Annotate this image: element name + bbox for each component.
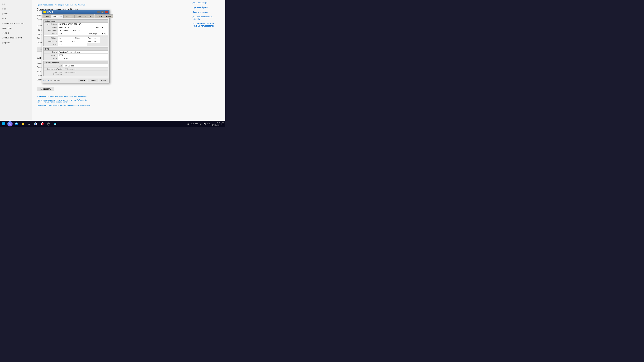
chipset-name: Ivy Bridge xyxy=(88,32,101,35)
start-button[interactable] xyxy=(1,121,6,126)
southbridge-rev: 04 xyxy=(94,40,100,43)
model-value: P8H77-V LE xyxy=(58,26,95,29)
manufacturer-label: Manufacturer xyxy=(44,23,58,26)
cpuz-motherboard-section: Motherboard Manufacturer ASUSTeK COMPUTE… xyxy=(44,19,108,46)
windows-logo-icon xyxy=(2,122,6,125)
bios-date-label: Date xyxy=(44,57,58,60)
cpuz-tab-memory[interactable]: Memory xyxy=(64,14,74,18)
sound-icon[interactable] xyxy=(204,122,206,125)
cpuz-tools-button[interactable]: Tools ▼ xyxy=(78,79,87,82)
chrome-button[interactable] xyxy=(33,121,39,127)
bios-brand-value: American Megatrends Inc. xyxy=(58,50,108,53)
sidebar-item-obmen[interactable]: обмена xyxy=(0,30,32,35)
edge-browser-button[interactable] xyxy=(14,121,19,127)
ai-button[interactable]: Ai xyxy=(7,121,13,127)
cpuz-bios-section: BIOS Brand American Megatrends Inc. Vers… xyxy=(44,47,108,60)
cpuz-close-button[interactable]: ✕ xyxy=(105,11,108,13)
language-indicator[interactable]: ENG xyxy=(207,123,211,125)
cpuz-footer-brand: CPU-Z xyxy=(44,80,49,82)
sidebar-item-nya[interactable]: ня xyxy=(0,1,32,6)
cpuz-footer: CPU-Z Ver. 2.09.0.x64 Tools ▼ Validate C… xyxy=(42,78,109,83)
chrome-icon xyxy=(34,122,37,125)
lpcio-label: LPCIO xyxy=(44,43,58,46)
chipset-label: Chipset xyxy=(44,32,58,35)
clock[interactable]: 9:29 24.03.2024 xyxy=(212,121,220,126)
right-link-rename[interactable]: Переименовать этот ПКопытных пользовател… xyxy=(192,22,223,27)
cpuz-tab-spd[interactable]: SPD xyxy=(75,14,83,18)
svg-point-9 xyxy=(41,122,44,125)
link-license[interactable]: Прочтите условия лицензионного соглашени… xyxy=(37,104,185,106)
extra-app-button[interactable] xyxy=(52,121,58,127)
svg-rect-23 xyxy=(204,123,204,124)
lpcio-brand: ITE xyxy=(58,43,71,46)
cpuz-validate-button[interactable]: Validate xyxy=(88,79,98,82)
svg-rect-1 xyxy=(4,122,5,124)
link-microsoft-terms[interactable]: Прочтите соглашение об использовании слу… xyxy=(37,99,185,103)
svg-point-11 xyxy=(48,123,49,124)
top-link-security[interactable]: Просмотреть сведения в разделе "Безопасн… xyxy=(37,4,85,6)
right-panel: Диспетчер устро... Удаленный рабо... Защ… xyxy=(190,0,226,121)
svg-rect-19 xyxy=(200,124,200,125)
southbridge-brand: Intel xyxy=(58,40,71,43)
cpuz-tab-bench[interactable]: Bench xyxy=(95,14,104,18)
link-product-key[interactable]: Изменение ключа продукта или обновление … xyxy=(37,95,185,97)
sidebar-item-remote[interactable]: ленный рабочий стол xyxy=(0,35,32,40)
svg-rect-2 xyxy=(2,124,4,125)
folder-icon xyxy=(21,122,24,125)
svg-rect-0 xyxy=(2,122,4,124)
copy-windows-button[interactable]: Копировать xyxy=(37,87,54,91)
cpuz-tab-cpu[interactable]: CPU xyxy=(43,14,51,18)
right-link-device-manager[interactable]: Диспетчер устро... xyxy=(192,1,223,4)
sidebar-item-programme[interactable]: рограмме xyxy=(0,40,32,45)
settings-taskbar-button[interactable] xyxy=(46,121,52,127)
cpuz-tab-about[interactable]: About xyxy=(104,14,113,18)
weather-widget[interactable]: 7°C Cloudy xyxy=(187,123,198,125)
desktop: ня ния режим ость ание на этот компьютер… xyxy=(0,0,226,127)
bios-brand-label: Brand xyxy=(44,50,58,53)
cpuz-graphic-section: Graphic Interface Bus PCI-Express Curren… xyxy=(44,61,108,76)
chipset-brand: Intel xyxy=(58,32,88,35)
sidebar-item-ost[interactable]: ость xyxy=(0,16,32,21)
southbridge-rev-lbl: Rev. xyxy=(87,40,94,43)
cpuz-maximize-button[interactable]: □ xyxy=(101,11,104,13)
right-link-advanced[interactable]: Дополнительные пар...системы xyxy=(192,15,223,20)
cpuz-tabs: CPU Mainboard Memory SPD Graphics Bench … xyxy=(42,14,109,18)
cpuz-tab-mainboard[interactable]: Mainboard xyxy=(51,14,64,18)
sidebar-item-rezhim[interactable]: режим xyxy=(0,11,32,16)
svg-rect-21 xyxy=(201,123,202,125)
cpuz-title: Z CPU-Z xyxy=(44,11,53,13)
network-icon[interactable] xyxy=(200,122,202,125)
right-link-remote[interactable]: Удаленный рабо... xyxy=(192,6,223,8)
lpcio-name: IT8771 xyxy=(71,43,87,46)
model-rev: Rev X.0x xyxy=(95,26,108,29)
sidebar-item-computer[interactable]: ание на этот компьютер xyxy=(0,21,32,26)
cpuz-motherboard-title: Motherboard xyxy=(44,20,108,23)
gi-sideband-label: Side Band Addressing xyxy=(44,71,63,76)
gi-bus-label: Bus xyxy=(44,64,63,67)
chipset-rev-label: Rev. xyxy=(101,32,108,35)
notification-icon[interactable] xyxy=(222,122,224,125)
taskbar: Ai xyxy=(0,121,226,127)
edge-icon xyxy=(15,122,18,125)
cpuz-app-icon: Z xyxy=(44,11,46,13)
gi-link-value: N/A Supported xyxy=(63,67,108,71)
chipset-rev xyxy=(44,35,58,36)
security-button[interactable] xyxy=(26,121,32,127)
time-display: 9:29 xyxy=(212,121,220,124)
cpuz-tab-graphics[interactable]: Graphics xyxy=(83,14,94,18)
file-explorer-button[interactable] xyxy=(20,121,26,127)
cpuz-close-dialog-button[interactable]: Close xyxy=(99,79,108,82)
weather-text: 7°C Cloudy xyxy=(190,123,198,125)
chipset-label2: Chipset xyxy=(44,37,58,40)
sidebar-item-niya[interactable]: ния xyxy=(0,6,32,11)
svg-point-8 xyxy=(35,123,36,124)
sidebar-item-mozh[interactable]: зможности xyxy=(0,26,32,30)
cpuz-window: Z CPU-Z − □ ✕ CPU Mainboard Memory SPD G… xyxy=(42,10,110,83)
opera-button[interactable] xyxy=(39,121,45,127)
cpuz-minimize-button[interactable]: − xyxy=(97,11,100,13)
sidebar: ня ния режим ость ание на этот компьютер… xyxy=(0,0,32,121)
svg-rect-14 xyxy=(54,124,55,125)
right-link-protection[interactable]: Защита системы xyxy=(192,11,223,13)
svg-rect-13 xyxy=(55,123,56,124)
date-display: 24.03.2024 xyxy=(212,124,220,126)
